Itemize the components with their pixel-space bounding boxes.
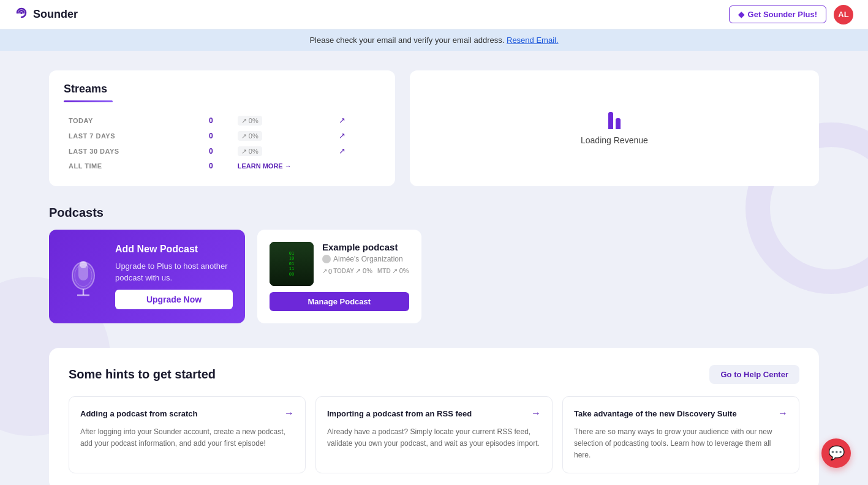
hint-card-text-rss: Already have a podcast? Simply locate yo… <box>327 426 541 449</box>
hint-card-rss: Importing a podcast from an RSS feed → A… <box>315 396 553 473</box>
main-content: Streams TODAY 0 ↗ 0% ↗ LAST 7 DAYS 0 ↗ 0… <box>0 51 868 485</box>
podcast-info: Example podcast Aimée's Organization ↗ 0… <box>322 242 409 275</box>
podcast-thumbnail-image: 0110011100 <box>270 242 314 286</box>
get-sounder-plus-button[interactable]: ◆ Get Sounder Plus! <box>729 6 826 23</box>
trending-icon: ↗ <box>322 268 327 274</box>
period-7days: LAST 7 DAYS <box>65 129 204 143</box>
hint-card-header-discovery: Take advantage of the new Discovery Suit… <box>574 408 788 419</box>
rev-bar-1 <box>608 112 613 129</box>
stat-pct: ↗ 0% <box>355 267 372 275</box>
table-row: TODAY 0 ↗ 0% ↗ <box>65 113 379 127</box>
hint-arrow-rss[interactable]: → <box>531 408 541 419</box>
hint-card-text-scratch: After logging into your Sounder account,… <box>80 426 294 449</box>
revenue-label: Loading Revenue <box>581 135 648 145</box>
podcast-card-top: 0110011100 Example podcast Aimée's Organ… <box>270 242 409 286</box>
hint-card-scratch: Adding a podcast from scratch → After lo… <box>69 396 306 473</box>
count-today[interactable]: 0 <box>209 116 213 125</box>
podcasts-row: Add New Podcast Upgrade to Plus to host … <box>49 230 819 323</box>
arrow-today[interactable]: ↗ <box>339 116 345 125</box>
go-to-help-center-button[interactable]: Go to Help Center <box>709 365 799 384</box>
arrow-30days[interactable]: ↗ <box>339 146 345 156</box>
revenue-bars <box>608 112 621 129</box>
podcasts-section-title: Podcasts <box>49 206 819 220</box>
hint-card-title-rss: Importing a podcast from an RSS feed <box>327 409 472 418</box>
streams-card: Streams TODAY 0 ↗ 0% ↗ LAST 7 DAYS 0 ↗ 0… <box>49 70 395 186</box>
stat-pct-mtd: ↗ 0% <box>392 267 409 275</box>
upgrade-now-button[interactable]: Upgrade Now <box>115 290 233 309</box>
avatar[interactable]: AL <box>834 5 853 24</box>
chat-button[interactable]: 💬 <box>821 438 851 468</box>
table-row: LAST 7 DAYS 0 ↗ 0% ↗ <box>65 129 379 143</box>
count-30days[interactable]: 0 <box>209 147 213 156</box>
learn-more-link[interactable]: LEARN MORE → <box>238 162 292 170</box>
hint-arrow-discovery[interactable]: → <box>778 408 788 419</box>
logo-text: Sounder <box>33 8 78 21</box>
period-alltime: ALL TIME <box>65 159 204 173</box>
podcast-stats: ↗ 0 TODAY ↗ 0% MTD ↗ 0% <box>322 267 409 275</box>
hint-card-title-scratch: Adding a podcast from scratch <box>80 409 197 418</box>
arrow-7days[interactable]: ↗ <box>339 131 345 140</box>
svg-point-0 <box>20 12 23 14</box>
manage-podcast-button[interactable]: Manage Podcast <box>270 292 409 311</box>
hints-header: Some hints to get started Go to Help Cen… <box>69 365 799 384</box>
period-today: TODAY <box>65 113 204 127</box>
revenue-card: Loading Revenue <box>410 70 819 186</box>
pct-today: ↗ 0% <box>238 116 262 126</box>
hints-title: Some hints to get started <box>69 367 216 382</box>
count-alltime[interactable]: 0 <box>209 162 213 170</box>
sounder-logo-icon <box>15 6 28 23</box>
stat-chip-today: ↗ 0 TODAY ↗ 0% <box>322 267 372 275</box>
hint-card-text-discovery: There are so many ways to grow your audi… <box>574 426 788 462</box>
stat-count: 0 <box>328 268 332 275</box>
org-icon <box>322 255 331 263</box>
hints-cards: Adding a podcast from scratch → After lo… <box>69 396 799 473</box>
pct-7days: ↗ 0% <box>238 131 262 141</box>
resend-email-link[interactable]: Resend Email. <box>507 36 559 45</box>
hint-arrow-scratch[interactable]: → <box>284 408 294 419</box>
add-podcast-description: Upgrade to Plus to host another podcast … <box>115 261 233 283</box>
email-verification-banner: Please check your email and verify your … <box>0 29 868 51</box>
add-podcast-content: Add New Podcast Upgrade to Plus to host … <box>115 244 233 309</box>
stats-row: Streams TODAY 0 ↗ 0% ↗ LAST 7 DAYS 0 ↗ 0… <box>49 70 819 186</box>
table-row: ALL TIME 0 LEARN MORE → <box>65 159 379 173</box>
podcast-org: Aimée's Organization <box>322 255 409 263</box>
rev-bar-2 <box>616 118 621 129</box>
table-row: LAST 30 DAYS 0 ↗ 0% ↗ <box>65 144 379 158</box>
diamond-icon: ◆ <box>738 10 744 19</box>
podcast-thumbnail: 0110011100 <box>270 242 314 286</box>
hint-card-header-rss: Importing a podcast from an RSS feed → <box>327 408 541 419</box>
streams-title: Streams <box>64 83 380 96</box>
microphone-icon-area <box>61 249 105 304</box>
hint-card-header: Adding a podcast from scratch → <box>80 408 294 419</box>
header-right: ◆ Get Sounder Plus! AL <box>729 5 853 24</box>
logo-area: Sounder <box>15 6 78 23</box>
pct-30days: ↗ 0% <box>238 146 262 156</box>
add-podcast-card: Add New Podcast Upgrade to Plus to host … <box>49 230 245 323</box>
header: Sounder ◆ Get Sounder Plus! AL <box>0 0 868 29</box>
chat-icon: 💬 <box>828 445 845 461</box>
podcast-name: Example podcast <box>322 242 409 252</box>
streams-underline <box>64 100 113 102</box>
hints-section: Some hints to get started Go to Help Cen… <box>49 348 819 485</box>
stat-chip-mtd: MTD ↗ 0% <box>377 267 409 275</box>
example-podcast-card: 0110011100 Example podcast Aimée's Organ… <box>257 230 421 323</box>
period-30days: LAST 30 DAYS <box>65 144 204 158</box>
streams-table: TODAY 0 ↗ 0% ↗ LAST 7 DAYS 0 ↗ 0% ↗ LAST… <box>64 112 380 174</box>
hint-card-title-discovery: Take advantage of the new Discovery Suit… <box>574 409 737 418</box>
hint-card-discovery: Take advantage of the new Discovery Suit… <box>562 396 799 473</box>
add-podcast-title: Add New Podcast <box>115 244 233 255</box>
count-7days[interactable]: 0 <box>209 132 213 140</box>
